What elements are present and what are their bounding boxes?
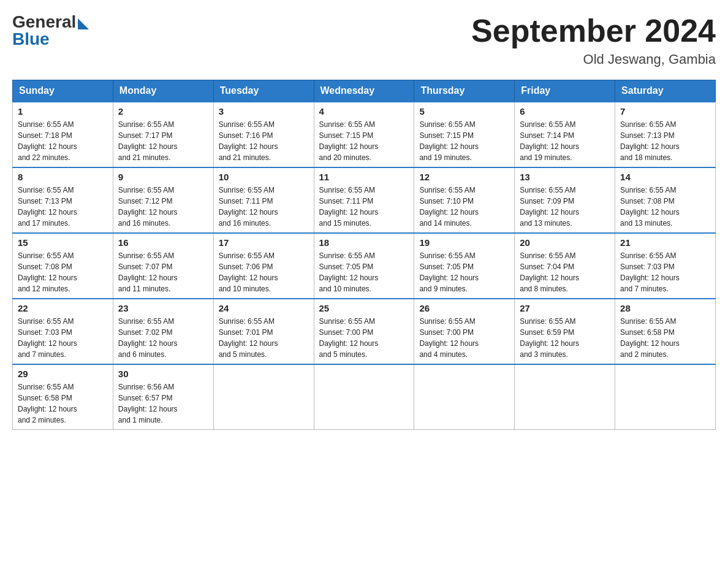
calendar-cell: 1Sunrise: 6:55 AMSunset: 7:18 PMDaylight… — [13, 102, 113, 167]
calendar-cell — [615, 364, 716, 430]
calendar-cell: 18Sunrise: 6:55 AMSunset: 7:05 PMDayligh… — [314, 233, 414, 299]
calendar-header-thursday: Thursday — [414, 80, 515, 102]
calendar-cell: 16Sunrise: 6:55 AMSunset: 7:07 PMDayligh… — [113, 233, 213, 299]
calendar-title: September 2024 — [471, 12, 716, 49]
calendar-cell: 27Sunrise: 6:55 AMSunset: 6:59 PMDayligh… — [515, 299, 615, 364]
calendar-week-row: 15Sunrise: 6:55 AMSunset: 7:08 PMDayligh… — [13, 233, 716, 299]
calendar-cell: 29Sunrise: 6:55 AMSunset: 6:58 PMDayligh… — [13, 364, 113, 430]
day-number: 26 — [419, 303, 509, 313]
day-number: 2 — [118, 106, 208, 117]
day-number: 27 — [520, 303, 610, 313]
day-number: 1 — [18, 106, 108, 117]
day-number: 10 — [219, 172, 309, 182]
day-info: Sunrise: 6:55 AMSunset: 7:06 PMDaylight:… — [219, 250, 309, 294]
calendar-cell: 20Sunrise: 6:55 AMSunset: 7:04 PMDayligh… — [515, 233, 615, 299]
day-number: 11 — [319, 172, 409, 182]
day-info: Sunrise: 6:55 AMSunset: 7:12 PMDaylight:… — [118, 185, 208, 229]
day-info: Sunrise: 6:55 AMSunset: 6:58 PMDaylight:… — [620, 316, 710, 360]
day-number: 30 — [118, 369, 208, 379]
day-info: Sunrise: 6:55 AMSunset: 7:00 PMDaylight:… — [319, 316, 409, 360]
day-info: Sunrise: 6:55 AMSunset: 7:10 PMDaylight:… — [419, 185, 509, 229]
calendar-cell: 19Sunrise: 6:55 AMSunset: 7:05 PMDayligh… — [414, 233, 515, 299]
calendar-header-friday: Friday — [515, 80, 615, 102]
day-number: 14 — [620, 172, 710, 182]
calendar-cell: 9Sunrise: 6:55 AMSunset: 7:12 PMDaylight… — [113, 167, 213, 233]
day-info: Sunrise: 6:55 AMSunset: 7:15 PMDaylight:… — [419, 119, 509, 163]
day-info: Sunrise: 6:55 AMSunset: 7:16 PMDaylight:… — [219, 119, 309, 163]
day-info: Sunrise: 6:55 AMSunset: 7:02 PMDaylight:… — [118, 316, 208, 360]
day-number: 15 — [18, 237, 108, 248]
calendar-header-saturday: Saturday — [615, 80, 716, 102]
day-info: Sunrise: 6:55 AMSunset: 7:03 PMDaylight:… — [620, 250, 710, 294]
calendar-header-wednesday: Wednesday — [314, 80, 414, 102]
day-info: Sunrise: 6:55 AMSunset: 6:59 PMDaylight:… — [520, 316, 610, 360]
day-info: Sunrise: 6:56 AMSunset: 6:57 PMDaylight:… — [118, 381, 208, 426]
day-info: Sunrise: 6:55 AMSunset: 7:11 PMDaylight:… — [319, 185, 409, 229]
calendar-cell: 3Sunrise: 6:55 AMSunset: 7:16 PMDaylight… — [213, 102, 314, 167]
calendar-cell: 6Sunrise: 6:55 AMSunset: 7:14 PMDaylight… — [515, 102, 615, 167]
calendar-cell: 23Sunrise: 6:55 AMSunset: 7:02 PMDayligh… — [113, 299, 213, 364]
day-info: Sunrise: 6:55 AMSunset: 7:18 PMDaylight:… — [18, 119, 108, 163]
calendar-cell — [414, 364, 515, 430]
calendar-cell: 14Sunrise: 6:55 AMSunset: 7:08 PMDayligh… — [615, 167, 716, 233]
calendar-week-row: 22Sunrise: 6:55 AMSunset: 7:03 PMDayligh… — [13, 299, 716, 364]
day-info: Sunrise: 6:55 AMSunset: 7:17 PMDaylight:… — [118, 119, 208, 163]
calendar-cell: 11Sunrise: 6:55 AMSunset: 7:11 PMDayligh… — [314, 167, 414, 233]
calendar-subtitle: Old Jeswang, Gambia — [471, 52, 716, 67]
day-number: 21 — [620, 237, 710, 248]
calendar-cell: 7Sunrise: 6:55 AMSunset: 7:13 PMDaylight… — [615, 102, 716, 167]
day-number: 28 — [620, 303, 710, 313]
calendar-cell — [213, 364, 314, 430]
day-number: 25 — [319, 303, 409, 313]
calendar-header-tuesday: Tuesday — [213, 80, 314, 102]
day-info: Sunrise: 6:55 AMSunset: 7:00 PMDaylight:… — [419, 316, 509, 360]
day-number: 7 — [620, 106, 710, 117]
day-number: 19 — [419, 237, 509, 248]
day-number: 17 — [219, 237, 309, 248]
day-number: 23 — [118, 303, 208, 313]
day-number: 22 — [18, 303, 108, 313]
calendar-cell: 21Sunrise: 6:55 AMSunset: 7:03 PMDayligh… — [615, 233, 716, 299]
calendar-header-monday: Monday — [113, 80, 213, 102]
calendar-cell: 10Sunrise: 6:55 AMSunset: 7:11 PMDayligh… — [213, 167, 314, 233]
day-info: Sunrise: 6:55 AMSunset: 7:14 PMDaylight:… — [520, 119, 610, 163]
title-block: September 2024 Old Jeswang, Gambia — [471, 12, 716, 67]
day-info: Sunrise: 6:55 AMSunset: 7:05 PMDaylight:… — [419, 250, 509, 294]
day-number: 20 — [520, 237, 610, 248]
day-info: Sunrise: 6:55 AMSunset: 7:01 PMDaylight:… — [219, 316, 309, 360]
calendar-week-row: 1Sunrise: 6:55 AMSunset: 7:18 PMDaylight… — [13, 102, 716, 167]
calendar-cell: 26Sunrise: 6:55 AMSunset: 7:00 PMDayligh… — [414, 299, 515, 364]
calendar-week-row: 8Sunrise: 6:55 AMSunset: 7:13 PMDaylight… — [13, 167, 716, 233]
logo-arrow-icon — [78, 18, 89, 29]
calendar-cell: 13Sunrise: 6:55 AMSunset: 7:09 PMDayligh… — [515, 167, 615, 233]
calendar-week-row: 29Sunrise: 6:55 AMSunset: 6:58 PMDayligh… — [13, 364, 716, 430]
day-number: 18 — [319, 237, 409, 248]
day-info: Sunrise: 6:55 AMSunset: 7:04 PMDaylight:… — [520, 250, 610, 294]
calendar-cell: 2Sunrise: 6:55 AMSunset: 7:17 PMDaylight… — [113, 102, 213, 167]
day-number: 3 — [219, 106, 309, 117]
day-number: 12 — [419, 172, 509, 182]
day-info: Sunrise: 6:55 AMSunset: 7:05 PMDaylight:… — [319, 250, 409, 294]
day-info: Sunrise: 6:55 AMSunset: 7:15 PMDaylight:… — [319, 119, 409, 163]
calendar-cell — [515, 364, 615, 430]
day-number: 29 — [18, 369, 108, 379]
calendar-header-sunday: Sunday — [13, 80, 113, 102]
calendar-cell: 30Sunrise: 6:56 AMSunset: 6:57 PMDayligh… — [113, 364, 213, 430]
day-number: 9 — [118, 172, 208, 182]
day-info: Sunrise: 6:55 AMSunset: 7:07 PMDaylight:… — [118, 250, 208, 294]
logo-blue-text: Blue — [12, 29, 50, 49]
calendar-cell — [314, 364, 414, 430]
logo: General Blue — [12, 12, 89, 49]
calendar-cell: 28Sunrise: 6:55 AMSunset: 6:58 PMDayligh… — [615, 299, 716, 364]
calendar-cell: 17Sunrise: 6:55 AMSunset: 7:06 PMDayligh… — [213, 233, 314, 299]
day-info: Sunrise: 6:55 AMSunset: 7:11 PMDaylight:… — [219, 185, 309, 229]
calendar-cell: 15Sunrise: 6:55 AMSunset: 7:08 PMDayligh… — [13, 233, 113, 299]
calendar-cell: 8Sunrise: 6:55 AMSunset: 7:13 PMDaylight… — [13, 167, 113, 233]
day-info: Sunrise: 6:55 AMSunset: 7:09 PMDaylight:… — [520, 185, 610, 229]
calendar-cell: 24Sunrise: 6:55 AMSunset: 7:01 PMDayligh… — [213, 299, 314, 364]
calendar-cell: 5Sunrise: 6:55 AMSunset: 7:15 PMDaylight… — [414, 102, 515, 167]
day-number: 5 — [419, 106, 509, 117]
day-info: Sunrise: 6:55 AMSunset: 7:08 PMDaylight:… — [18, 250, 108, 294]
day-number: 6 — [520, 106, 610, 117]
calendar-cell: 4Sunrise: 6:55 AMSunset: 7:15 PMDaylight… — [314, 102, 414, 167]
